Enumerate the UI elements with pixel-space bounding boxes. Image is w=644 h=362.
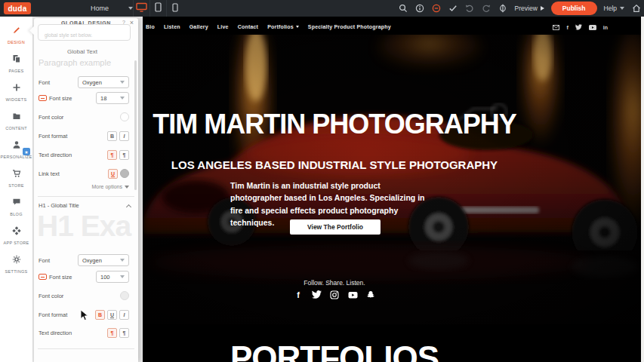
duda-logo[interactable]: duda [4,2,31,14]
publish-button[interactable]: Publish [551,2,597,15]
topbar-actions: Preview Publish Help [399,0,641,17]
direction-rtl-button[interactable]: ¶ [119,150,129,160]
bold-button[interactable]: B [95,310,105,320]
font-dropdown[interactable]: Oxygen [78,76,129,88]
dashboard-home-icon[interactable] [631,4,641,14]
direction-rtl-button[interactable]: ¶ [119,328,129,338]
sidebar-item-blog[interactable]: BLOG [0,192,32,221]
youtube-icon[interactable] [589,25,596,30]
nav-item-portfolios[interactable]: Portfolios [267,24,299,29]
site-nav-social: f in [553,24,608,30]
sidebar-item-pages[interactable]: PAGES [0,49,32,78]
page-scrollbar[interactable] [641,17,644,362]
panel-notice-text: global style set below. [45,32,92,38]
help-menu[interactable]: Help [604,5,624,12]
h1-font-color-swatch[interactable] [120,291,129,300]
direction-ltr-button[interactable]: ¶ [107,328,117,338]
tablet-icon [155,2,162,14]
top-bar: duda Home [0,0,644,17]
h1-font-row: Font Oxygen [39,253,129,267]
editor-sidebar: DESIGN PAGES WIDGETS CONTENT PERSONALIZE [0,17,33,362]
sidebar-item-label: SETTINGS [5,269,28,274]
feedback-mode-icon[interactable] [432,4,442,14]
font-size-value: 100 [100,274,110,281]
sidebar-item-label: STORE [8,183,23,188]
underline-button[interactable]: U [107,310,117,320]
sidebar-item-store[interactable]: STORE [0,164,32,192]
sidebar-item-widgets[interactable]: WIDGETS [0,78,32,106]
facebook-icon[interactable]: f [294,290,304,299]
panel-scrollbar[interactable] [134,60,137,190]
preview-button[interactable]: Preview [515,5,544,12]
hero-social-icons: f [143,290,526,299]
h1-section-header[interactable]: H1 - Global Title [39,202,131,209]
view-portfolio-button[interactable]: View The Portfolio [290,219,381,235]
link-color-swatch[interactable] [120,169,129,178]
email-icon[interactable] [553,25,559,30]
site-navigation: Bio Listen Gallery Live Contact Portfoli… [146,20,558,33]
paragraph-example-preview: Paragraph example [39,58,111,67]
page-selector[interactable]: Home [85,0,139,17]
person-icon [12,139,21,152]
twitter-icon[interactable] [575,24,582,30]
page-selector-label: Home [91,5,109,12]
font-color-label: Font color [39,293,63,299]
more-options-link[interactable]: More options [92,184,129,189]
nav-item-contact[interactable]: Contact [238,24,258,29]
link-text-row: Link text U [39,167,129,180]
cart-icon [12,167,21,181]
play-icon [541,6,544,11]
desktop-preview-button[interactable] [133,0,149,17]
nav-item-live[interactable]: Live [217,24,229,29]
youtube-icon[interactable] [348,290,358,299]
dev-mode-icon[interactable] [498,4,508,14]
italic-button[interactable]: I [119,310,129,320]
redo-icon[interactable] [482,4,491,14]
search-icon[interactable] [399,4,408,14]
h1-font-size-row: Font size 100 [39,270,129,284]
font-size-row: Font size 18 [39,91,129,105]
text-direction-row: Text direction ¶ ¶ [39,148,129,161]
font-size-label: Font size [49,95,72,102]
italic-button[interactable]: I [119,131,129,141]
direction-ltr-button[interactable]: ¶ [107,150,117,160]
sidebar-item-app-store[interactable]: APP STORE [0,221,32,250]
undo-icon[interactable] [465,4,475,14]
portfolios-heading: PORTFOLIOS [143,339,526,362]
nav-item-listen[interactable]: Listen [164,24,180,29]
help-label: Help [604,5,617,12]
nav-item-bio[interactable]: Bio [146,24,155,29]
info-icon[interactable] [415,4,425,14]
mouse-cursor [80,309,89,322]
linkedin-icon[interactable]: in [603,25,608,30]
sidebar-item-content[interactable]: CONTENT [0,106,32,135]
mobile-icon [172,3,178,14]
font-format-label: Font format [39,311,67,318]
chevron-down-icon [120,259,125,262]
h1-font-size-dropdown[interactable]: 100 [96,271,129,283]
plus-icon [12,81,21,95]
font-size-dropdown[interactable]: 18 [96,92,129,104]
panel-notice: global style set below. [38,24,131,41]
twitter-icon[interactable] [312,290,322,299]
nav-item-gallery[interactable]: Gallery [190,24,208,29]
nav-item-specialty[interactable]: Specialty Product Photography [308,24,391,29]
speech-bubble-icon [12,196,21,210]
font-format-row: Font format B I [39,129,129,143]
mobile-preview-button[interactable] [166,0,183,17]
save-check-icon[interactable] [448,4,458,14]
bold-button[interactable]: B [107,131,117,141]
hero-section: TIM MARTIN PHOTOGRAPHY LOS ANGELES BASED… [143,35,641,324]
sidebar-item-label: BLOG [10,212,22,216]
underline-button[interactable]: U [108,169,118,179]
link-text-label: Link text [39,170,60,177]
facebook-icon[interactable]: f [566,25,568,30]
instagram-icon[interactable] [330,290,340,299]
h1-font-dropdown[interactable]: Oxygen [78,254,129,266]
sidebar-item-settings[interactable]: SETTINGS [0,250,32,278]
chevron-down-icon [120,81,125,84]
snapchat-icon[interactable] [366,290,376,299]
tablet-preview-button[interactable] [149,0,166,17]
sidebar-item-design[interactable]: DESIGN [0,20,32,49]
font-color-swatch[interactable] [120,112,129,121]
